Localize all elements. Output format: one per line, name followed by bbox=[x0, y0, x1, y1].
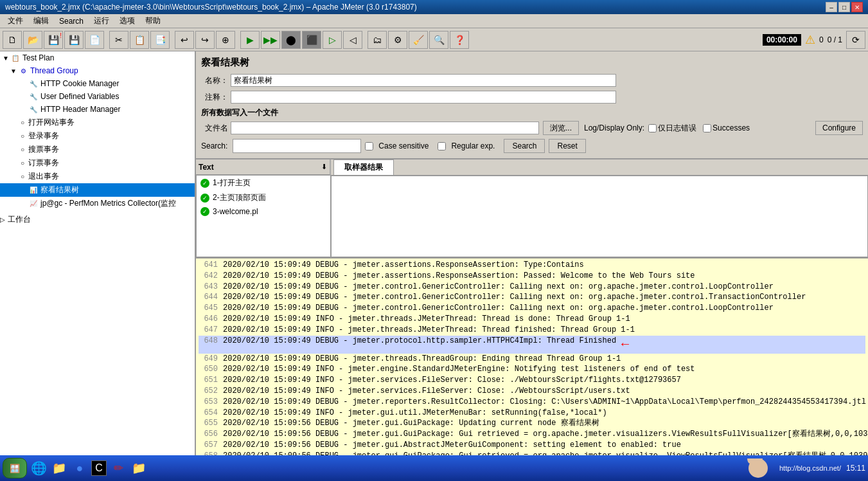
configure-button[interactable]: Configure bbox=[815, 121, 863, 135]
tree-item-thread-group[interactable]: ▼ ⚙ Thread Group bbox=[0, 64, 195, 77]
regular-exp-checkbox[interactable] bbox=[438, 142, 446, 150]
search-input[interactable] bbox=[233, 139, 361, 153]
taskbar-cmd[interactable]: C bbox=[91, 460, 107, 476]
filename-input[interactable] bbox=[231, 122, 539, 134]
tb-expand[interactable]: ⊕ bbox=[216, 31, 235, 49]
result-status-icon-0: ✓ bbox=[200, 179, 209, 188]
write-header: 所有数据写入一个文件 bbox=[201, 107, 863, 118]
tree-item-workarea[interactable]: ▷ 工作台 bbox=[0, 213, 195, 226]
menu-help[interactable]: 帮助 bbox=[140, 14, 166, 28]
tree-item-search-flight[interactable]: ○ 搜票事务 bbox=[0, 143, 195, 156]
expand-thread-group[interactable]: ▼ bbox=[10, 68, 18, 75]
tb-save[interactable]: 💾 bbox=[64, 31, 84, 49]
tree-item-open-site[interactable]: ○ 打开网站事务 bbox=[0, 116, 195, 129]
log-line-text-15: 2020/02/10 15:09:56 DEBUG - jmeter.gui.G… bbox=[223, 429, 868, 440]
expand-logout[interactable]: ○ bbox=[21, 173, 28, 180]
result-item-2[interactable]: ✓ 3-welcome.pl bbox=[197, 205, 330, 218]
menu-file[interactable]: 文件 bbox=[3, 14, 28, 28]
expand-login[interactable]: ○ bbox=[21, 132, 28, 140]
taskbar-app5[interactable]: 📁 bbox=[130, 459, 148, 477]
tree-item-login[interactable]: ○ 登录事务 bbox=[0, 129, 195, 143]
expand-book[interactable]: ○ bbox=[21, 159, 28, 167]
taskbar-right: http://blog.csdn.net/ 15:11 bbox=[742, 458, 865, 478]
panel-title: 察看结果树 bbox=[201, 57, 863, 69]
tb-save-tpl[interactable]: ! 💾 bbox=[44, 31, 63, 49]
tree-label-logout: 退出事务 bbox=[28, 171, 59, 182]
tb-clear-all[interactable]: 🧹 bbox=[409, 31, 428, 49]
tb-open[interactable]: 📂 bbox=[23, 31, 42, 49]
taskbar-chrome[interactable]: ● bbox=[71, 459, 89, 477]
log-panel[interactable]: 6412020/02/10 15:09:49 DEBUG - jmeter.as… bbox=[196, 257, 868, 463]
log-line-13: 6542020/02/10 15:09:49 INFO - jmeter.gui… bbox=[199, 408, 865, 419]
expand-test-plan[interactable]: ▼ bbox=[3, 55, 10, 62]
log-line-num-2: 643 bbox=[199, 282, 218, 293]
tree-item-book-flight[interactable]: ○ 订票事务 bbox=[0, 156, 195, 170]
tb-remote-stop[interactable]: ◁ bbox=[343, 31, 362, 49]
tree-item-test-plan[interactable]: ▼ 📋 Test Plan bbox=[0, 51, 195, 64]
taskbar-ie[interactable]: 🌐 bbox=[30, 459, 48, 477]
start-button[interactable]: 🪟 bbox=[3, 458, 27, 478]
tree-item-perfmon[interactable]: ▷ 📈 jp@gc - PerfMon Metrics Collector(监控 bbox=[0, 197, 195, 210]
tb-paste[interactable]: 📑 bbox=[150, 31, 170, 49]
menu-edit[interactable]: 编辑 bbox=[28, 14, 54, 28]
expand-workarea[interactable]: ▷ bbox=[0, 216, 8, 223]
tab-sampler-result[interactable]: 取样器结果 bbox=[333, 159, 394, 175]
tb-copy[interactable]: 📋 bbox=[130, 31, 149, 49]
tb-help[interactable]: ❓ bbox=[450, 31, 469, 49]
menu-options[interactable]: 选项 bbox=[114, 14, 140, 28]
expand-search[interactable]: ○ bbox=[21, 146, 28, 153]
tb-new[interactable]: 🗋 bbox=[3, 31, 22, 49]
reset-button[interactable]: Reset bbox=[549, 139, 585, 153]
tb-stop[interactable]: ⬛ bbox=[302, 31, 321, 49]
menu-search[interactable]: Search bbox=[54, 14, 89, 28]
tb-templates[interactable]: 🗂 bbox=[368, 31, 387, 49]
successes-checkbox[interactable] bbox=[703, 124, 711, 132]
tree-item-cookie-mgr[interactable]: ▷ 🔧 HTTP Cookie Manager bbox=[0, 77, 195, 90]
red-arrow-icon: ← bbox=[621, 336, 629, 354]
browse-button[interactable]: 浏览... bbox=[543, 121, 579, 135]
close-button[interactable]: ✕ bbox=[851, 2, 863, 12]
tb-search[interactable]: 🔍 bbox=[429, 31, 448, 49]
column-sort-icon[interactable]: ⬇ bbox=[321, 163, 327, 171]
log-line-text-7: 2020/02/10 15:09:49 DEBUG - jmeter.proto… bbox=[223, 336, 616, 354]
comment-input[interactable] bbox=[231, 91, 616, 104]
tb-stop-wait[interactable]: ⬤ bbox=[281, 31, 301, 49]
tb-settings[interactable]: ⚙ bbox=[388, 31, 407, 49]
taskbar: 🪟 🌐 📁 ● C ✏ 📁 http://blog.csdn.net/ 15:1… bbox=[0, 455, 868, 481]
tb-redo[interactable]: ↪ bbox=[195, 31, 215, 49]
taskbar-sys-text: http://blog.csdn.net/ bbox=[779, 464, 841, 472]
result-item-0[interactable]: ✓ 1-打开主页 bbox=[197, 176, 330, 190]
tb-saveas[interactable]: 📄 bbox=[85, 31, 104, 49]
taskbar-explorer[interactable]: 📁 bbox=[50, 459, 68, 477]
tb-remote-start[interactable]: ▷ bbox=[323, 31, 342, 49]
right-panel: 察看结果树 名称： 注释： 所有数据写入一个文件 文件名 浏览... Log/D… bbox=[196, 51, 868, 463]
tb-cut[interactable]: ✂ bbox=[109, 31, 128, 49]
log-line-text-16: 2020/02/10 15:09:56 DEBUG - jmeter.gui.A… bbox=[223, 440, 681, 451]
log-line-text-3: 2020/02/10 15:09:49 DEBUG - jmeter.contr… bbox=[223, 292, 806, 303]
log-line-text-4: 2020/02/10 15:09:49 DEBUG - jmeter.contr… bbox=[223, 303, 774, 314]
taskbar-rabbit-icon bbox=[742, 458, 774, 478]
tb-start-no-pause[interactable]: ▶▶ bbox=[261, 31, 280, 49]
case-sensitive-checkbox[interactable] bbox=[365, 142, 373, 150]
name-input[interactable] bbox=[231, 74, 616, 87]
comment-label: 注释： bbox=[201, 92, 228, 103]
maximize-button[interactable]: □ bbox=[838, 2, 850, 12]
tb-undo[interactable]: ↩ bbox=[175, 31, 194, 49]
log-line-1: 6422020/02/10 15:09:49 DEBUG - jmeter.as… bbox=[199, 271, 865, 282]
result-item-1[interactable]: ✓ 2-主页顶部页面 bbox=[197, 190, 330, 205]
result-label-1: 2-主页顶部页面 bbox=[213, 192, 266, 203]
expand-open-site[interactable]: ○ bbox=[21, 119, 28, 126]
tree-item-view-results[interactable]: ▷ 📊 察看结果树 bbox=[0, 183, 195, 197]
log-line-num-14: 655 bbox=[199, 418, 218, 429]
errors-only-checkbox[interactable] bbox=[648, 124, 657, 132]
tb-page-nav[interactable]: ⟳ bbox=[846, 31, 865, 49]
tree-item-header-mgr[interactable]: ▷ 🔧 HTTP Header Manager bbox=[0, 103, 195, 116]
tree-item-user-vars[interactable]: ▷ 🔧 User Defined Variables bbox=[0, 90, 195, 103]
taskbar-notepad[interactable]: ✏ bbox=[109, 459, 127, 477]
menu-run[interactable]: 运行 bbox=[89, 14, 114, 28]
tree-item-logout[interactable]: ○ 退出事务 bbox=[0, 170, 195, 183]
minimize-button[interactable]: – bbox=[826, 2, 837, 12]
tb-start[interactable]: ▶ bbox=[240, 31, 260, 49]
search-label: Search: bbox=[201, 141, 227, 150]
search-button[interactable]: Search bbox=[504, 139, 545, 153]
